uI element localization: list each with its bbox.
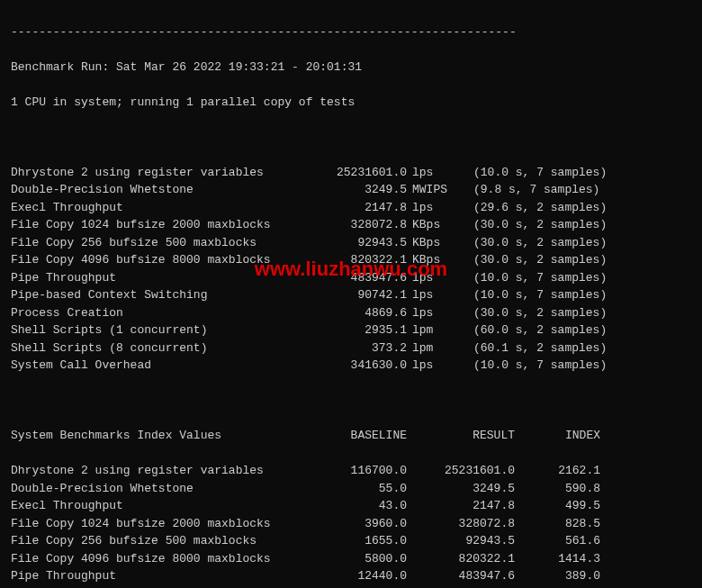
index-row: Double-Precision Whetstone55.03249.5590.… [11,480,691,498]
index-header-name: System Benchmarks Index Values [11,427,308,445]
result-note: (10.0 s, 7 samples) [457,286,607,304]
result-name: Execl Throughput [11,199,308,217]
index-header-index: INDEX [515,427,600,445]
result-name: Pipe-based Context Switching [11,286,308,304]
index-name: File Copy 4096 bufsize 8000 maxblocks [11,550,308,568]
index-row: File Copy 4096 bufsize 8000 maxblocks580… [11,550,691,568]
result-value: 2935.1 [308,321,407,339]
result-name: Shell Scripts (8 concurrent) [11,339,308,357]
result-unit: KBps [407,251,457,269]
result-unit: lps [407,357,457,375]
result-unit: lpm [407,321,457,339]
index-baseline: 55.0 [308,480,407,498]
result-value: 3249.5 [308,181,407,199]
index-name: Double-Precision Whetstone [11,480,308,498]
index-header-result: RESULT [407,427,515,445]
result-note: (29.6 s, 2 samples) [457,199,607,217]
index-header-row: System Benchmarks Index Values BASELINE … [11,427,691,445]
result-unit: MWIPS [407,181,457,199]
result-value: 4869.6 [308,304,407,322]
result-row: Double-Precision Whetstone3249.5MWIPS(9.… [11,181,691,199]
result-note: (9.8 s, 7 samples) [457,181,599,199]
index-row: Pipe Throughput12440.0483947.6389.0 [11,567,691,585]
benchmark-header-line2: 1 CPU in system; running 1 parallel copy… [11,94,691,112]
index-name: Pipe Throughput [11,567,308,585]
result-note: (30.0 s, 2 samples) [457,251,607,269]
result-note: (30.0 s, 2 samples) [457,216,607,234]
index-row: Dhrystone 2 using register variables1167… [11,462,691,480]
result-unit: lps [407,286,457,304]
result-row: Execl Throughput2147.8lps(29.6 s, 2 samp… [11,199,691,217]
index-name: Execl Throughput [11,497,308,515]
index-name: File Copy 256 bufsize 500 maxblocks [11,532,308,550]
result-value: 90742.1 [308,286,407,304]
benchmark-results: Dhrystone 2 using register variables2523… [11,164,691,375]
index-result: 90742.1 [407,585,515,589]
result-unit: lps [407,304,457,322]
index-baseline: 43.0 [308,497,407,515]
index-name: File Copy 1024 bufsize 2000 maxblocks [11,515,308,533]
index-header-baseline: BASELINE [308,427,407,445]
result-row: Pipe Throughput483947.6lps(10.0 s, 7 sam… [11,269,691,287]
result-value: 92943.5 [308,234,407,252]
result-unit: KBps [407,234,457,252]
result-name: System Call Overhead [11,357,308,375]
result-row: Shell Scripts (8 concurrent)373.2lpm(60.… [11,339,691,357]
result-value: 25231601.0 [308,164,407,182]
result-unit: lps [407,164,457,182]
result-name: File Copy 1024 bufsize 2000 maxblocks [11,216,308,234]
index-value: 561.6 [515,532,600,550]
index-baseline: 5800.0 [308,550,407,568]
index-baseline: 1655.0 [308,532,407,550]
result-unit: lps [407,199,457,217]
result-unit: lps [407,269,457,287]
blank-line [11,129,691,147]
index-value: 2162.1 [515,462,600,480]
result-row: Pipe-based Context Switching90742.1lps(1… [11,286,691,304]
index-result: 25231601.0 [407,462,515,480]
result-name: Dhrystone 2 using register variables [11,164,308,182]
result-note: (10.0 s, 7 samples) [457,357,607,375]
index-value: 1414.3 [515,550,600,568]
result-row: Process Creation4869.6lps(30.0 s, 2 samp… [11,304,691,322]
index-row: File Copy 256 bufsize 500 maxblocks1655.… [11,532,691,550]
result-note: (10.0 s, 7 samples) [457,269,607,287]
divider-top: ----------------------------------------… [11,23,691,41]
result-note: (60.1 s, 2 samples) [457,339,607,357]
index-value: 389.0 [515,567,600,585]
result-row: Dhrystone 2 using register variables2523… [11,164,691,182]
index-value: 499.5 [515,497,600,515]
result-name: Pipe Throughput [11,269,308,287]
index-result: 483947.6 [407,567,515,585]
result-unit: KBps [407,216,457,234]
index-result: 2147.8 [407,497,515,515]
result-row: File Copy 4096 bufsize 8000 maxblocks820… [11,251,691,269]
benchmark-header-line1: Benchmark Run: Sat Mar 26 2022 19:33:21 … [11,59,691,77]
result-note: (30.0 s, 2 samples) [457,234,607,252]
result-unit: lpm [407,339,457,357]
result-value: 341630.0 [308,357,407,375]
result-value: 2147.8 [308,199,407,217]
index-baseline: 12440.0 [308,567,407,585]
index-name: Pipe-based Context Switching [11,585,308,589]
index-baseline: 4000.0 [308,585,407,589]
index-result: 3249.5 [407,480,515,498]
blank-line [11,392,691,410]
result-row: Shell Scripts (1 concurrent)2935.1lpm(60… [11,321,691,339]
result-note: (10.0 s, 7 samples) [457,164,607,182]
result-note: (30.0 s, 2 samples) [457,304,607,322]
index-row: File Copy 1024 bufsize 2000 maxblocks396… [11,515,691,533]
result-name: Shell Scripts (1 concurrent) [11,321,308,339]
result-name: File Copy 4096 bufsize 8000 maxblocks [11,251,308,269]
result-row: System Call Overhead341630.0lps(10.0 s, … [11,357,691,375]
index-value: 590.8 [515,480,600,498]
result-value: 483947.6 [308,269,407,287]
result-row: File Copy 256 bufsize 500 maxblocks92943… [11,234,691,252]
index-value: 226.9 [515,585,600,589]
result-row: File Copy 1024 bufsize 2000 maxblocks328… [11,216,691,234]
index-result: 820322.1 [407,550,515,568]
index-name: Dhrystone 2 using register variables [11,462,308,480]
result-value: 373.2 [308,339,407,357]
index-baseline: 116700.0 [308,462,407,480]
index-row: Pipe-based Context Switching4000.090742.… [11,585,691,589]
